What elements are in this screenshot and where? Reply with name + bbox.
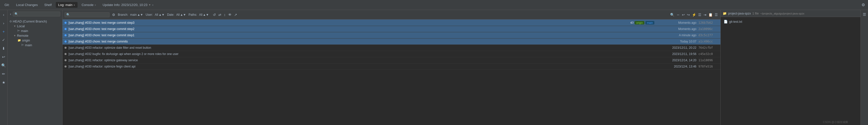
table-row[interactable]: [san.zhang] #032 bugfix: fix doAssign ap… [63,51,720,57]
paths-dropdown[interactable]: All ▲▼ [198,12,210,17]
update-icon[interactable]: ⬇ [1,45,7,52]
file-name: git-test.txt [729,20,742,24]
date-value: All [176,13,180,17]
sidebar-back-arrow[interactable]: ‹ [9,11,12,17]
revert-icon[interactable]: ↩ [1,54,7,60]
folder-icon: 📁 [18,39,21,42]
commit-date: A minute ago [656,33,696,37]
head-icon: ⊙ [9,20,12,23]
commit-message: [san.zhang] #033 chore: test merge commi… [68,33,652,37]
filter-icon[interactable]: ☰ [698,12,702,17]
local-label: Local [17,24,25,28]
date-dropdown-arrow: ▲▼ [180,13,186,17]
log-filter-branch: Branch: main ▲▼ [118,12,144,17]
tab-console[interactable]: Console × [79,2,98,8]
clipboard-icon[interactable]: 📋 [708,12,713,17]
eye-icon[interactable]: 👁 [228,12,232,17]
nav-back-btn[interactable]: ‹ [1,11,7,18]
sidebar-search-input[interactable] [13,11,60,17]
search-side-icon[interactable]: 🔍 [1,63,7,68]
tab-local-changes[interactable]: Local Changes [13,2,40,8]
head-branch-label: HEAD (Current Branch) [13,20,47,23]
tab-console-close[interactable]: × [95,3,96,6]
settings-icon[interactable]: ⚙ [861,1,866,8]
tab-bar-left: Git: Local Changes Shelf Log: main × Con… [2,2,156,8]
tree-origin[interactable]: 📁 origin [16,38,62,43]
log-search-icon: 🔍 [66,13,70,17]
user-dropdown[interactable]: All ▲▼ [154,12,165,17]
date-label: Date: [167,13,174,17]
tree-remote-main[interactable]: ⊢ main [20,43,62,48]
table-row[interactable]: [san.zhang] #033 refactor: optimize date… [63,45,720,51]
commit-dot [65,28,66,30]
tree-main-branch[interactable]: ⊢ main [16,29,62,33]
tab-git[interactable]: Git: [2,2,12,8]
tab-local-changes-label: Local Changes [16,3,38,7]
right-menu-icon[interactable]: ☰ [714,12,718,17]
search-right-icon[interactable]: 🔍 [670,12,675,17]
file-icon: 📄 [724,20,728,24]
tag-icon: 🏷 [630,21,633,25]
branch-value: main [130,13,136,17]
tab-log[interactable]: Log: main × [56,2,78,8]
sidebar-tree: ⊙ HEAD (Current Branch) ▼ Local ⊢ main ▼… [7,18,62,125]
fetch-icon[interactable]: ⇄ [218,12,222,17]
commit-hash: 7642cfbf [699,46,718,50]
paths-label: Paths: [189,13,197,17]
redo-icon[interactable]: ↪ [686,12,690,17]
file-tree-item[interactable]: 📄 git-test.txt [723,19,859,24]
log-search-box: 🔍 [65,12,110,17]
tree-remote-group[interactable]: ▼ Remote [11,33,62,38]
remote-branch-icon: ⊢ [22,43,24,47]
commit-date: 2023/12/11, 20:22 [656,46,696,50]
checkmark-icon[interactable]: ✓ [1,37,7,43]
table-row[interactable]: [san.zhang] #033 chore: test merge commi… [63,26,720,32]
log-search-input[interactable] [71,13,106,17]
tab-update-info[interactable]: Update Info: 2023/12/20, 10:23 ▼ × [100,2,156,8]
update-info-dropdown[interactable]: ▼ [149,3,151,6]
main-area: ‹ › ＋ ✓ ⬇ ↩ 🔍 ✏ ★ ‹ ⊙ HEAD (Current Bran… [0,10,868,125]
commit-hash: a1c496cc [699,40,718,43]
right-bar-menu-icon[interactable]: ☰ [862,11,867,18]
star-icon[interactable]: ★ [1,80,7,86]
lightning-icon[interactable]: ⚡ [691,12,696,17]
commit-dot [65,65,66,67]
table-row[interactable]: [san.zhang] #033 chore: test merge commi… [63,20,720,26]
branch-icon: ⊢ [18,29,20,32]
refresh-icon[interactable]: ↺ [212,12,216,17]
commit-hash: 126b7b62 [699,21,718,25]
tree-head-branch[interactable]: ⊙ HEAD (Current Branch) [7,19,62,24]
commit-date: 2023/12/14, 14:20 [656,59,696,62]
commit-message: [san.zhang] #033 refactor: optimize date… [68,46,652,50]
add-icon[interactable]: ＋ [1,29,7,34]
expand-icon[interactable]: ↔ [676,12,680,17]
date-dropdown[interactable]: All ▲▼ [175,12,187,17]
tab-update-info-label: Update Info: 2023/12/20, 10:23 [102,3,147,7]
undo-icon[interactable]: ↩ [681,12,685,17]
table-row[interactable]: [san.zhang] #033 chore: test merge commi… [63,32,720,38]
push-icon[interactable]: ↗ [234,12,238,17]
edit-icon[interactable]: ✏ [1,71,7,77]
tree-local-group[interactable]: ▼ Local [11,24,62,29]
branch-dropdown[interactable]: main ▲▼ [129,12,144,17]
tab-shelf[interactable]: Shelf [42,2,54,8]
grid-icon[interactable]: ⇥ [703,12,707,17]
log-filter-date: Date: All ▲▼ [167,12,187,17]
tab-log-close[interactable]: × [73,3,75,6]
table-row[interactable]: [san.zhang] #030 refactor: optimize feig… [63,63,720,70]
paths-dropdown-arrow: ▲▼ [203,13,209,17]
commit-dot [65,59,66,61]
commit-date: Moments ago [656,27,696,31]
project-title: project-java-spzx [728,12,751,15]
commit-message: [san.zhang] #033 chore: test merge commi… [68,21,628,25]
log-panel: 🔍 ⚙ Branch: main ▲▼ User: All ▲▼ Date: [63,10,720,125]
table-row[interactable]: [san.zhang] #033 chore: test merge commi… [63,38,720,45]
sort-icon[interactable]: ↕ [223,12,226,17]
sidebar-toolbar: ‹ [7,10,62,18]
tab-update-info-close[interactable]: × [152,3,153,6]
log-filter-settings-icon[interactable]: ⚙ [111,12,116,17]
table-row[interactable]: [san.zhang] #031 refactor: optimize gate… [63,57,720,63]
nav-forward-btn[interactable]: › [1,20,7,26]
commit-hash: 978fe516 [699,65,718,68]
commit-dot [65,34,66,36]
